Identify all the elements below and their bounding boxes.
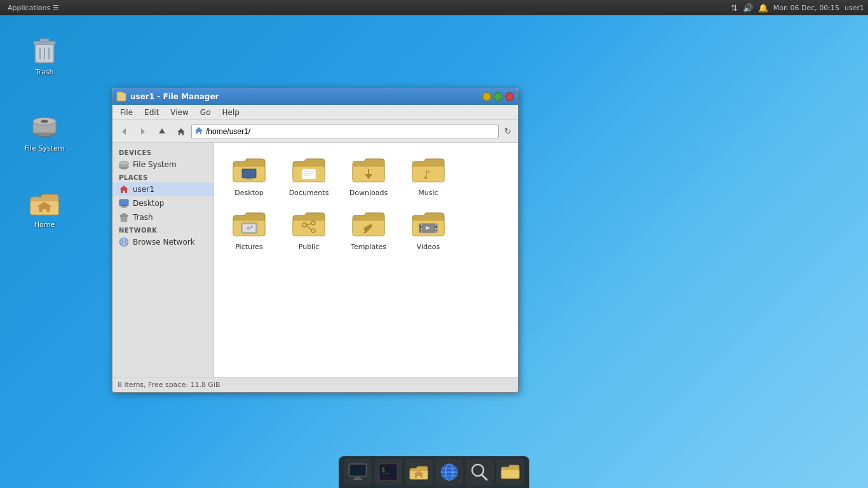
taskbar-terminal-icon: $_ <box>378 462 398 482</box>
sidebar-item-filesystem[interactable]: File System <box>112 158 214 172</box>
sidebar-section-places: PLACES <box>112 172 214 182</box>
top-panel-right: ⇅ 🔊 🔔 Mon 06 Dec, 00:15 user1 <box>731 3 864 13</box>
svg-rect-77 <box>350 465 365 475</box>
menu-go[interactable]: Go <box>195 107 216 118</box>
svg-line-92 <box>482 475 487 480</box>
taskbar-item-desktop[interactable] <box>344 459 372 485</box>
taskbar-monitor-icon <box>348 462 368 482</box>
username: user1 <box>844 4 864 12</box>
up-button[interactable] <box>153 123 171 140</box>
templates-folder-icon <box>349 207 388 240</box>
svg-rect-39 <box>245 179 253 180</box>
sidebar-item-desktop[interactable]: Desktop <box>112 196 214 210</box>
window-icon <box>116 92 126 102</box>
sidebar-section-network: NETWORK <box>112 224 214 235</box>
file-item-public[interactable]: Public <box>280 203 337 255</box>
videos-folder-icon <box>409 207 447 240</box>
forward-button[interactable] <box>134 123 152 140</box>
svg-rect-73 <box>435 228 437 230</box>
home-icon <box>29 187 60 218</box>
svg-rect-25 <box>121 207 127 208</box>
trash-sidebar-icon <box>119 212 129 222</box>
file-item-pictures[interactable]: Pictures <box>220 203 278 255</box>
svg-rect-41 <box>302 169 316 179</box>
svg-point-54 <box>250 226 253 228</box>
sidebar-section-devices: DEVICES <box>112 147 214 158</box>
desktop-icon-filesystem[interactable]: File System <box>19 111 70 152</box>
sidebar-trash-label: Trash <box>133 213 153 222</box>
address-home-icon <box>194 126 203 137</box>
svg-rect-71 <box>421 231 422 233</box>
notification-icon[interactable]: 🔔 <box>758 3 768 13</box>
taskbar-home-folder-icon <box>409 462 429 482</box>
sidebar-desktop-label: Desktop <box>133 199 165 208</box>
svg-rect-26 <box>121 216 127 222</box>
home-nav-button[interactable] <box>172 123 190 140</box>
svg-marker-14 <box>122 128 126 135</box>
back-button[interactable] <box>115 123 133 140</box>
sidebar-filesystem-label: File System <box>133 160 177 169</box>
trash-label: Trash <box>35 68 53 76</box>
volume-icon[interactable]: 🔊 <box>743 3 753 13</box>
sidebar-item-network[interactable]: Browse Network <box>112 235 214 249</box>
svg-rect-93 <box>501 470 519 478</box>
main-area: DEVICES File System PLACES user1 <box>112 143 518 377</box>
address-bar-container <box>191 124 499 139</box>
menu-edit[interactable]: Edit <box>139 107 164 118</box>
menu-file[interactable]: File <box>115 107 138 118</box>
desktop-icon-trash[interactable]: Trash <box>19 35 70 76</box>
desktop-icon-home[interactable]: Home <box>19 187 70 229</box>
menu-view[interactable]: View <box>165 107 193 118</box>
svg-marker-16 <box>159 128 165 133</box>
svg-marker-17 <box>177 128 185 135</box>
taskbar-item-search[interactable] <box>466 459 494 485</box>
top-panel: Applications ☰ ⇅ 🔊 🔔 Mon 06 Dec, 00:15 u… <box>0 0 868 15</box>
svg-rect-37 <box>242 169 256 178</box>
home-label: Home <box>34 220 55 229</box>
desktop-sidebar-icon <box>119 198 129 208</box>
svg-rect-74 <box>435 231 437 233</box>
svg-rect-6 <box>40 39 49 42</box>
file-name-documents: Documents <box>289 189 329 197</box>
taskbar-item-terminal[interactable]: $_ <box>374 459 402 485</box>
window-maximize-button[interactable] <box>494 92 503 101</box>
menu-bar: File Edit View Go Help <box>112 105 518 120</box>
file-item-music[interactable]: ♪ Music <box>400 149 457 201</box>
svg-rect-72 <box>435 224 437 226</box>
file-manager-window: user1 - File Manager File Edit View Go H… <box>112 88 519 393</box>
filesystem-label: File System <box>25 144 65 152</box>
file-item-documents[interactable]: Documents <box>280 149 337 201</box>
file-name-pictures: Pictures <box>235 243 263 251</box>
refresh-button[interactable]: ↻ <box>500 124 515 139</box>
file-item-desktop[interactable]: Desktop <box>220 149 278 201</box>
desktop-folder-icon <box>230 153 268 186</box>
svg-marker-18 <box>195 127 203 134</box>
file-item-templates[interactable]: Templates <box>340 203 397 255</box>
window-close-button[interactable] <box>505 92 514 101</box>
sidebar-item-user1[interactable]: user1 <box>112 182 214 196</box>
taskbar-search-icon <box>470 462 490 482</box>
file-name-desktop: Desktop <box>234 189 263 197</box>
sort-icon[interactable]: ⇅ <box>731 3 738 13</box>
file-item-downloads[interactable]: Downloads <box>340 149 397 201</box>
taskbar-item-home[interactable] <box>405 459 433 485</box>
svg-rect-28 <box>122 214 126 215</box>
top-panel-left: Applications ☰ <box>4 3 63 13</box>
status-bar: 8 items, Free space: 11.8 GiB <box>112 377 518 392</box>
trash-icon <box>29 35 60 65</box>
applications-menu[interactable]: Applications ☰ <box>4 3 63 13</box>
taskbar-item-browser[interactable] <box>435 459 463 485</box>
svg-point-10 <box>41 120 48 123</box>
sidebar-item-trash[interactable]: Trash <box>112 210 214 224</box>
music-folder-icon: ♪ <box>409 153 447 186</box>
file-item-videos[interactable]: Videos <box>400 203 457 255</box>
public-folder-icon <box>290 207 328 240</box>
sidebar-network-label: Browse Network <box>133 238 195 247</box>
file-name-music: Music <box>418 189 438 197</box>
taskbar-item-files[interactable] <box>496 459 524 485</box>
window-minimize-button[interactable] <box>482 92 491 101</box>
menu-help[interactable]: Help <box>217 107 244 118</box>
svg-marker-15 <box>141 128 145 135</box>
file-name-templates: Templates <box>351 243 386 251</box>
address-input[interactable] <box>206 127 496 136</box>
